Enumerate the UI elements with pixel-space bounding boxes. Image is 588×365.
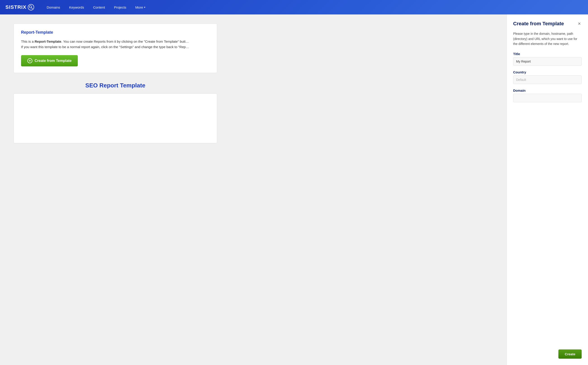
plus-icon: + <box>27 58 32 63</box>
body-text-2: . You can now create Reports from it by … <box>61 40 189 43</box>
close-button[interactable]: × <box>577 21 582 27</box>
nav-item-keywords[interactable]: Keywords <box>65 4 88 11</box>
seo-content-box <box>14 93 217 143</box>
nav-item-projects[interactable]: Projects <box>110 4 130 11</box>
domain-form-group: Domain <box>513 89 582 102</box>
body-text-3: If you want this template to be a normal… <box>21 45 189 49</box>
create-button-label: Create from Template <box>35 59 72 63</box>
template-card-title: Report-Template <box>21 30 210 35</box>
create-from-template-button[interactable]: + Create from Template <box>21 55 78 66</box>
title-input[interactable] <box>513 57 582 66</box>
nav-item-more[interactable]: More ▾ <box>132 4 149 11</box>
content-area: Report-Template This is a Report-Templat… <box>0 14 507 365</box>
country-label: Country <box>513 70 582 74</box>
logo: SISTRIX <box>5 4 34 10</box>
seo-section-title: SEO Report Template <box>14 82 217 89</box>
panel-footer: Create <box>513 345 582 359</box>
more-chevron-icon: ▾ <box>144 6 145 9</box>
nav-links: Domains Keywords Content Projects More ▾ <box>43 4 149 11</box>
nav-item-domains[interactable]: Domains <box>43 4 64 11</box>
svg-line-1 <box>31 8 33 9</box>
logo-text: SISTRIX <box>5 4 26 10</box>
panel-description: Please type in the domain, hostname, pat… <box>513 31 582 46</box>
logo-icon <box>28 4 34 10</box>
domain-input[interactable] <box>513 94 582 102</box>
title-form-group: Title <box>513 52 582 66</box>
template-card-body: This is a Report-Template. You can now c… <box>21 39 210 50</box>
right-panel: Create from Template × Please type in th… <box>507 14 588 365</box>
main-layout: Report-Template This is a Report-Templat… <box>0 14 588 365</box>
panel-header: Create from Template × <box>513 21 582 27</box>
body-text-1: This is a <box>21 40 35 43</box>
panel-create-button[interactable]: Create <box>558 349 582 359</box>
nav-item-content[interactable]: Content <box>90 4 109 11</box>
domain-label: Domain <box>513 89 582 92</box>
title-label: Title <box>513 52 582 56</box>
country-form-group: Country <box>513 70 582 84</box>
template-card: Report-Template This is a Report-Templat… <box>14 23 217 73</box>
body-bold: Report-Template <box>35 40 61 43</box>
panel-title: Create from Template <box>513 21 564 27</box>
navbar: SISTRIX Domains Keywords Content Project… <box>0 0 588 14</box>
seo-section: SEO Report Template <box>14 82 217 143</box>
country-input[interactable] <box>513 76 582 84</box>
